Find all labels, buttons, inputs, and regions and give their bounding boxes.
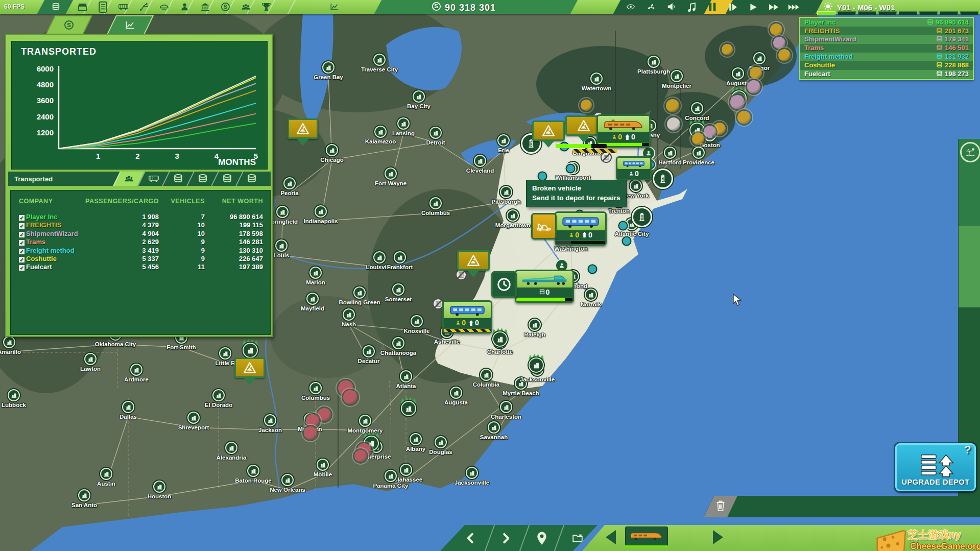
resource-dot[interactable]	[747, 80, 760, 93]
speaker-button[interactable]	[665, 2, 678, 12]
city-marker[interactable]	[8, 389, 20, 401]
city-marker[interactable]	[343, 308, 355, 321]
tow-truck-icon[interactable]	[531, 213, 557, 239]
resource-dot[interactable]	[737, 111, 751, 124]
fff-button[interactable]	[787, 2, 801, 12]
city-marker[interactable]	[247, 465, 259, 477]
vehicle-thumbnail[interactable]	[625, 526, 668, 546]
company-checkbox[interactable]: ✓	[19, 223, 25, 229]
leaderboard-row[interactable]: Trams146 501	[800, 43, 973, 52]
city-marker[interactable]	[225, 442, 237, 454]
coin-s-icon[interactable]: S	[219, 2, 232, 12]
city-marker[interactable]	[264, 414, 276, 426]
city-marker[interactable]	[100, 468, 112, 480]
city-marker[interactable]	[450, 387, 462, 399]
vehicle-status-popup[interactable]: 00	[555, 211, 607, 246]
clock-icon[interactable]	[491, 271, 517, 298]
help-question-mark[interactable]: ?	[964, 443, 976, 457]
breakdown-warning-marker[interactable]	[532, 121, 565, 154]
city-marker[interactable]	[315, 205, 327, 218]
city-marker[interactable]	[363, 345, 375, 357]
station-dot[interactable]	[588, 265, 597, 274]
city-marker[interactable]	[373, 54, 386, 66]
city-marker[interactable]	[692, 147, 705, 159]
city-marker[interactable]	[187, 412, 200, 424]
carousel-prev-button[interactable]	[606, 530, 616, 544]
breakdown-warning-marker[interactable]	[234, 357, 265, 391]
document-icon[interactable]	[96, 2, 109, 12]
city-marker[interactable]	[429, 197, 442, 209]
city-marker[interactable]	[480, 369, 492, 381]
city-marker[interactable]	[359, 415, 371, 427]
vehicle-status-popup[interactable]: 00	[596, 114, 651, 148]
stats-tab-chart[interactable]	[107, 15, 154, 35]
resource-dot[interactable]	[773, 37, 785, 49]
city-marker[interactable]	[671, 70, 683, 82]
city-marker[interactable]	[648, 56, 660, 68]
route-icon[interactable]	[137, 2, 150, 12]
company-table[interactable]: COMPANYPASSENGERS/CARGOVEHICLESNET WORTH…	[10, 190, 271, 335]
carousel-next-button[interactable]	[713, 530, 723, 544]
chart-icon[interactable]	[328, 2, 341, 12]
city-marker[interactable]	[212, 389, 225, 401]
city-marker[interactable]	[3, 336, 15, 348]
city-marker[interactable]	[317, 459, 329, 471]
city-marker[interactable]	[590, 73, 603, 85]
city-marker[interactable]	[691, 102, 703, 114]
breakdown-warning-marker[interactable]	[288, 118, 318, 152]
city-marker[interactable]	[732, 67, 744, 80]
fan-button[interactable]	[644, 2, 658, 12]
city-marker[interactable]	[326, 144, 338, 156]
resource-dot[interactable]	[304, 426, 317, 440]
pause-button[interactable]	[706, 2, 719, 12]
city-marker[interactable]	[488, 421, 500, 434]
city-marker[interactable]	[283, 177, 296, 189]
city-marker[interactable]	[630, 180, 642, 192]
stats-tab-coin-s[interactable]: S	[45, 15, 93, 35]
company-checkbox[interactable]: ✓	[19, 257, 25, 262]
person-icon[interactable]	[178, 2, 191, 12]
city-marker[interactable]	[500, 186, 512, 198]
city-marker[interactable]	[309, 382, 322, 394]
city-marker[interactable]	[429, 127, 442, 139]
resource-dot[interactable]	[750, 67, 762, 79]
eye-button[interactable]	[624, 2, 637, 12]
city-marker[interactable]	[374, 126, 387, 138]
city-marker[interactable]	[322, 61, 334, 74]
city-marker[interactable]	[500, 401, 512, 413]
city-marker[interactable]	[435, 436, 447, 448]
city-marker[interactable]	[306, 293, 319, 305]
vehicle-status-popup[interactable]: 00	[442, 300, 492, 333]
city-marker[interactable]	[275, 239, 288, 252]
city-marker[interactable]	[373, 251, 386, 263]
leaderboard-row[interactable]: Coshuttle228 868	[800, 61, 973, 69]
company-checkbox[interactable]: ✓	[19, 232, 25, 237]
city-marker[interactable]	[411, 315, 423, 327]
city-marker[interactable]	[753, 52, 766, 64]
city-marker[interactable]	[474, 155, 486, 167]
vehicle-status-popup[interactable]: 0	[616, 156, 652, 180]
music-button[interactable]	[685, 2, 699, 12]
city-marker[interactable]	[585, 289, 597, 301]
city-marker[interactable]	[392, 283, 404, 296]
city-marker[interactable]	[122, 401, 134, 413]
bus-icon[interactable]	[116, 2, 130, 12]
city-marker[interactable]	[497, 134, 510, 147]
city-marker[interactable]	[664, 147, 676, 159]
resource-dot[interactable]	[667, 117, 680, 131]
play-button[interactable]	[747, 2, 760, 12]
city-marker[interactable]	[84, 353, 97, 365]
industry-marker[interactable]	[401, 401, 416, 416]
city-marker[interactable]	[400, 370, 412, 382]
leaderboard-row[interactable]: Fuelcart198 273	[800, 69, 973, 78]
ff-button[interactable]	[767, 2, 780, 12]
city-marker[interactable]	[153, 481, 165, 493]
trophy-icon[interactable]	[259, 2, 273, 12]
resource-dot[interactable]	[306, 414, 319, 427]
island-icon[interactable]	[960, 142, 980, 162]
city-marker[interactable]	[78, 489, 90, 501]
city-marker[interactable]	[413, 90, 425, 103]
city-marker[interactable]	[281, 474, 294, 486]
store-icon[interactable]	[76, 2, 89, 12]
resource-dot[interactable]	[318, 408, 331, 421]
